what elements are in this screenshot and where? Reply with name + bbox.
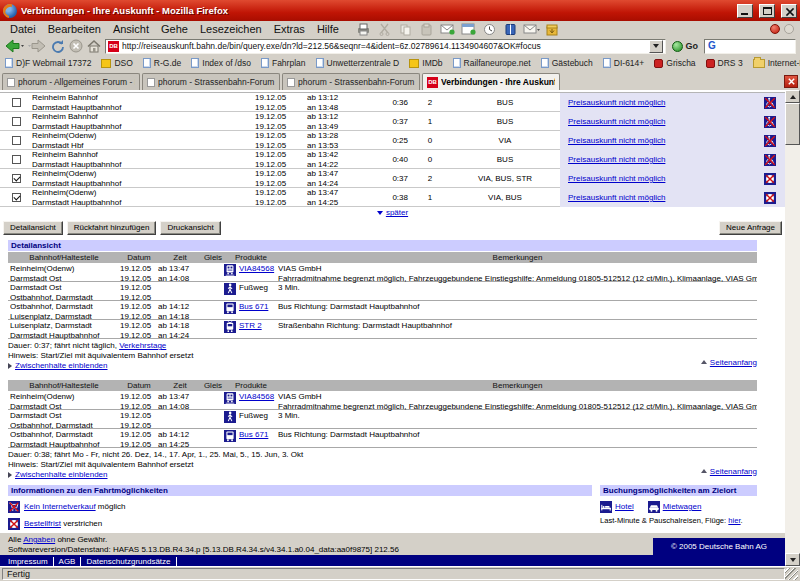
print-view-button[interactable]: Druckansicht xyxy=(160,221,220,235)
product-link[interactable]: Bus 671 xyxy=(239,302,268,312)
page-top-link[interactable]: Seitenanfang xyxy=(710,358,757,368)
close-button[interactable] xyxy=(781,4,797,18)
wheelchair-unavailable-icon[interactable] xyxy=(764,154,776,166)
product-link[interactable]: VIA84568 xyxy=(239,264,274,274)
menu-bearbeiten[interactable]: Bearbeiten xyxy=(42,22,107,36)
minimize-button[interactable] xyxy=(737,4,753,18)
fare-link[interactable]: Preisauskunft nicht möglich xyxy=(568,136,665,146)
product-link[interactable]: VIA84568 xyxy=(239,392,274,402)
url-dropdown-button[interactable] xyxy=(649,40,663,53)
menu-datei[interactable]: Datei xyxy=(4,22,42,36)
row-checkbox[interactable] xyxy=(12,98,21,107)
product-link[interactable]: STR 2 xyxy=(239,321,262,331)
cut-icon[interactable] xyxy=(376,22,393,36)
home-button[interactable] xyxy=(86,38,102,54)
paste-icon[interactable] xyxy=(418,22,435,36)
scroll-thumb[interactable] xyxy=(785,103,800,145)
menu-gehe[interactable]: Gehe xyxy=(155,22,194,36)
tab-phorum-2[interactable]: phorum - Strassenbahn-Forum - [K]... xyxy=(142,73,280,90)
menu-lesezeichen[interactable]: Lesezeichen xyxy=(194,22,268,36)
reload-button[interactable] xyxy=(50,38,66,54)
new-request-button[interactable]: Neue Anfrage xyxy=(719,221,782,235)
page-top-link[interactable]: Seitenanfang xyxy=(710,467,757,477)
row-checkbox[interactable] xyxy=(12,193,21,202)
product-link[interactable]: Bus 671 xyxy=(239,430,268,440)
bookmark-item[interactable]: IMDb xyxy=(409,58,442,68)
row-checkbox[interactable] xyxy=(12,117,21,126)
connection-row: Reinheim(Odenw)Darmstadt Hauptbahnhof 19… xyxy=(0,188,785,207)
bookmark-item[interactable]: Index of /dso xyxy=(191,58,251,68)
info-booking-area: Informationen zu den Fahrtmöglichkeiten … xyxy=(8,485,757,533)
detail-view-button[interactable]: Detailansicht xyxy=(3,221,63,235)
menu-extras[interactable]: Extras xyxy=(268,22,311,36)
back-button[interactable] xyxy=(4,38,24,54)
resize-grip[interactable] xyxy=(785,568,798,580)
open-window-icon[interactable] xyxy=(460,22,477,36)
bookmarks-panel-icon[interactable] xyxy=(502,22,519,36)
row-checkbox[interactable] xyxy=(12,136,21,145)
impressum-link[interactable]: Impressum xyxy=(8,557,54,567)
row-checkbox[interactable] xyxy=(12,174,21,183)
stop-button[interactable] xyxy=(69,38,83,54)
show-stops-link[interactable]: Zwischenhalte einblenden xyxy=(15,361,108,371)
add-return-button[interactable]: Rückfahrt hinzufügen xyxy=(67,221,157,235)
bookmark-item[interactable]: Fahrplan xyxy=(261,58,306,68)
search-input[interactable] xyxy=(718,41,800,52)
tab-phorum-1[interactable]: phorum - Allgemeines Forum - Re: ... xyxy=(2,73,140,90)
bookmark-folder[interactable]: Internet-Explorer-Favo... xyxy=(753,58,800,68)
fare-link[interactable]: Preisauskunft nicht möglich xyxy=(568,193,665,203)
angaben-link[interactable]: Angaben xyxy=(23,535,55,544)
fare-link[interactable]: Preisauskunft nicht möglich xyxy=(568,98,665,108)
wheelchair-unavailable-icon[interactable] xyxy=(764,135,776,147)
print-icon[interactable] xyxy=(355,22,372,36)
go-button[interactable]: Go xyxy=(669,41,702,52)
maximize-button[interactable] xyxy=(759,4,775,18)
menu-hilfe[interactable]: Hilfe xyxy=(311,22,345,36)
show-stops-link[interactable]: Zwischenhalte einblenden xyxy=(15,470,108,480)
row-checkbox[interactable] xyxy=(12,155,21,164)
bookmark-item[interactable]: DSO xyxy=(101,58,132,68)
tab-close-button[interactable] xyxy=(784,75,798,88)
downloads-icon[interactable] xyxy=(544,22,561,36)
menu-ansicht[interactable]: Ansicht xyxy=(107,22,155,36)
fare-link[interactable]: Preisauskunft nicht möglich xyxy=(568,155,665,165)
not-available-icon[interactable] xyxy=(764,192,776,204)
not-available-icon[interactable] xyxy=(764,173,776,185)
copy-icon[interactable] xyxy=(397,22,414,36)
hotel-link[interactable]: Hotel xyxy=(615,502,634,512)
scroll-down-button[interactable] xyxy=(785,553,800,566)
internet-sale-link[interactable]: Kein Internetverkauf xyxy=(24,502,96,511)
bookmark-item[interactable]: R-G.de xyxy=(143,58,181,68)
fare-link[interactable]: Preisauskunft nicht möglich xyxy=(568,174,665,184)
rental-car-link[interactable]: Mietwagen xyxy=(663,502,702,512)
tab-phorum-3[interactable]: phorum - Strassenbahn-Forum - Re... xyxy=(282,73,420,90)
agb-link[interactable]: AGB xyxy=(54,557,82,567)
verkehrstage-link[interactable]: Verkehrstage xyxy=(119,341,166,350)
fare-link[interactable]: Preisauskunft nicht möglich xyxy=(568,117,665,127)
bookmark-item[interactable]: Gästebuch xyxy=(541,58,593,68)
mail-icon[interactable] xyxy=(523,22,540,36)
new-message-icon[interactable] xyxy=(439,22,456,36)
scroll-up-button[interactable] xyxy=(785,90,800,103)
bookmark-item[interactable]: DRS 3 xyxy=(706,58,743,68)
later-link[interactable]: später xyxy=(386,208,408,218)
lastminute-link[interactable]: hier xyxy=(728,516,740,525)
db-favicon: DB xyxy=(108,41,119,52)
tab-verbindungen-active[interactable]: DBVerbindungen - Ihre Auskunft xyxy=(422,73,560,90)
bookmark-item[interactable]: Unwetterzentrale D xyxy=(316,58,400,68)
section-notes: Dauer: 0:38; fährt Mo - Fr, nicht 26. De… xyxy=(8,448,757,478)
datenschutz-link[interactable]: Datenschutzgrundsätze xyxy=(81,557,176,567)
forward-button[interactable] xyxy=(27,38,47,54)
history-icon[interactable] xyxy=(481,22,498,36)
bookmark-item[interactable]: D)F Webmail 17372 xyxy=(5,58,91,68)
hint-note: Hinweis: Start/Ziel mit äquivalentem Bah… xyxy=(8,460,757,470)
url-input[interactable] xyxy=(122,40,646,52)
bus-icon xyxy=(224,302,236,314)
order-deadline-link[interactable]: Bestellfrist xyxy=(24,519,61,528)
bookmark-item[interactable]: Railfaneurope.net xyxy=(453,58,531,68)
bookmark-item[interactable]: DI-614+ xyxy=(603,58,644,68)
wheelchair-unavailable-icon[interactable] xyxy=(764,116,776,128)
wheelchair-unavailable-icon[interactable] xyxy=(764,97,776,109)
scroll-track[interactable] xyxy=(785,145,800,553)
bookmark-item[interactable]: Grischa xyxy=(654,58,695,68)
